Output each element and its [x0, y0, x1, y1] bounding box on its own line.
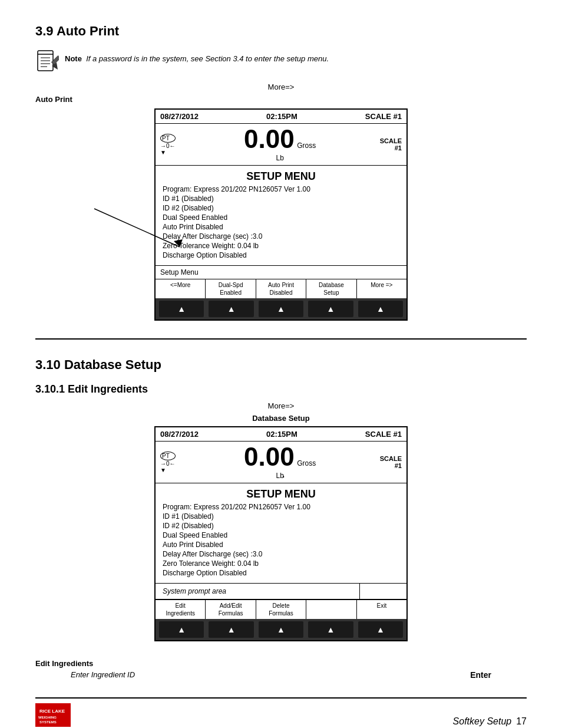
softkey2-4[interactable]: [308, 621, 353, 638]
motion-icon-1: ▼: [160, 149, 176, 156]
softkey2-5[interactable]: [358, 621, 403, 638]
softkey2-1[interactable]: [159, 621, 204, 638]
softkey2-2[interactable]: [209, 621, 253, 638]
screen1-setup-title: SETUP MENU: [163, 170, 399, 183]
screen2-line5: Zero Tolerance Weight: 0.04 lb: [163, 559, 399, 568]
screen2-btn-1[interactable]: Add/Edit Formulas: [206, 600, 256, 619]
edit-ingredients-section: Edit Ingredients Enter Ingredient ID Ent…: [35, 659, 527, 680]
section-310-title: 3.10 Database Setup: [35, 357, 527, 373]
screen1-line2: Dual Speed Enabled: [163, 213, 399, 222]
lcd-screen2-header: 08/27/2012 02:15PM SCALE #1: [156, 427, 406, 442]
screen1-btn-row: <=More Dual-Spd Enabled Auto Print Disab…: [156, 279, 406, 298]
screen2-date: 08/27/2012: [160, 430, 199, 439]
screen2-btn-4[interactable]: Exit: [357, 600, 406, 619]
screen1-line3: Auto Print Disabled: [163, 223, 399, 231]
screen1-scale: SCALE #1: [365, 112, 402, 121]
screen1-btn-4[interactable]: More =>: [357, 279, 406, 298]
footer-page-number: 17: [516, 716, 527, 727]
note-box: Note If a password is in the system, see…: [35, 50, 527, 73]
section-39-title: 3.9 Auto Print: [35, 24, 527, 39]
svg-rect-6: [51, 55, 59, 65]
prompt-area: System prompt area: [156, 584, 359, 599]
screen1-btn-1[interactable]: Dual-Spd Enabled: [206, 279, 256, 298]
screen1-time: 02:15PM: [266, 112, 297, 121]
svg-text:RICE LAKE: RICE LAKE: [39, 709, 65, 714]
softkey1-2[interactable]: [209, 301, 253, 317]
softkey2-3[interactable]: [259, 621, 303, 638]
screen2-btn-2[interactable]: Delete Formulas: [256, 600, 306, 619]
softkey1-5[interactable]: [358, 301, 403, 317]
more-label-2: More=>: [35, 401, 527, 410]
screen1-line4: Delay After Discharge (sec) :3.0: [163, 232, 399, 241]
screen1-scale-badge: SCALE#1: [380, 137, 402, 151]
screen2-softkeys: [156, 619, 406, 640]
section-divider: [35, 338, 527, 340]
lcd-screen1-weight-row: PT →0← ▼ 0.00 Gross Lb SCALE#1: [156, 124, 406, 166]
screen2-program: Program: Express 201/202 PN126057 Ver 1.…: [163, 503, 399, 511]
screen1-program: Program: Express 201/202 PN126057 Ver 1.…: [163, 185, 399, 193]
screen2-weight: 0.00: [244, 442, 295, 471]
lcd-left-icons-1: PT →0← ▼: [160, 134, 176, 156]
screen1-line0: ID #1 (Disabled): [163, 195, 399, 203]
rl-logo-icon: RICE LAKE WEIGHING SYSTEMS: [35, 703, 71, 727]
zero-icon-2: →0←: [160, 460, 176, 467]
rl-logo-svg: RICE LAKE WEIGHING SYSTEMS: [37, 704, 70, 726]
screen2-btn-row: Edit Ingredients Add/Edit Formulas Delet…: [156, 599, 406, 619]
pt-icon-2: PT: [160, 452, 176, 460]
screen1-date: 08/27/2012: [160, 112, 199, 121]
softkey1-3[interactable]: [259, 301, 303, 317]
lcd-screen-2: 08/27/2012 02:15PM SCALE #1 PT →0← ▼ 0.0…: [154, 426, 408, 641]
zero-icon-1: →0←: [160, 143, 176, 149]
screen2-line3: Auto Print Disabled: [163, 541, 399, 549]
screen1-weight: 0.00: [244, 124, 295, 153]
enter-action: Enter: [470, 670, 491, 680]
footer-softkey-label: Softkey Setup: [453, 716, 512, 727]
screen2-btn-3: [306, 600, 356, 619]
lcd-screen2-body: SETUP MENU Program: Express 201/202 PN12…: [156, 483, 406, 583]
softkey1-4[interactable]: [308, 301, 353, 317]
lcd-left-icons-2: PT →0← ▼: [160, 452, 176, 473]
lcd-screen1-body: SETUP MENU Program: Express 201/202 PN12…: [156, 166, 406, 265]
motion-icon-2: ▼: [160, 467, 176, 473]
screen2-setup-title: SETUP MENU: [163, 488, 399, 500]
svg-text:SYSTEMS: SYSTEMS: [39, 720, 57, 724]
footer-page-info: Softkey Setup 17: [453, 716, 527, 727]
enter-ingredient-label: Enter Ingredient ID: [71, 670, 135, 680]
screen2-line4: Delay After Discharge (sec) :3.0: [163, 550, 399, 558]
screen2-time: 02:15PM: [266, 430, 297, 439]
screen1-container: 08/27/2012 02:15PM SCALE #1 PT →0← ▼ 0.0…: [35, 108, 527, 321]
note-text: Note If a password is in the system, see…: [65, 50, 329, 63]
prompt-area-row: System prompt area: [156, 583, 406, 599]
screen2-scale-badge: SCALE#1: [380, 455, 402, 469]
screen1-softkeys: [156, 298, 406, 319]
lcd-screen2-weight-row: PT →0← ▼ 0.00 . Gross Lb SCALE#1: [156, 442, 406, 483]
more-label-1: More=>: [35, 83, 527, 91]
edit-ing-row: Enter Ingredient ID Enter: [35, 670, 527, 680]
screen2-scale: SCALE #1: [365, 430, 402, 439]
section-3101-title: 3.10.1 Edit Ingredients: [35, 383, 527, 396]
note-icon: [35, 50, 59, 73]
edit-ing-label: Edit Ingredients: [35, 659, 527, 668]
lcd-screen1-header: 08/27/2012 02:15PM SCALE #1: [156, 110, 406, 124]
screen2-line1: ID #2 (Disabled): [163, 522, 399, 530]
screen2-btn-0[interactable]: Edit Ingredients: [156, 600, 206, 619]
screen1-btn-3[interactable]: Database Setup: [306, 279, 356, 298]
screen2-line0: ID #1 (Disabled): [163, 512, 399, 521]
screen2-container: 08/27/2012 02:15PM SCALE #1 PT →0← ▼ 0.0…: [35, 426, 527, 641]
lcd-screen-1: 08/27/2012 02:15PM SCALE #1 PT →0← ▼ 0.0…: [154, 108, 408, 321]
softkey1-1[interactable]: [159, 301, 204, 317]
pt-icon-1: PT: [160, 134, 176, 143]
screen1-btn-0[interactable]: <=More: [156, 279, 206, 298]
screen1-footer-label: Setup Menu: [156, 266, 406, 279]
rice-lake-logo: RICE LAKE WEIGHING SYSTEMS: [35, 703, 71, 727]
screen1-btn-2[interactable]: Auto Print Disabled: [256, 279, 306, 298]
screen2-line6: Discharge Option Disabled: [163, 569, 399, 577]
screen1-line5: Zero Tolerance Weight: 0.04 lb: [163, 242, 399, 250]
screen1-line1: ID #2 (Disabled): [163, 204, 399, 212]
lcd-screen1-footer: Setup Menu <=More Dual-Spd Enabled Auto …: [156, 265, 406, 319]
screen1-line6: Discharge Option Disabled: [163, 251, 399, 259]
db-setup-label: Database Setup: [35, 414, 527, 423]
footer: RICE LAKE WEIGHING SYSTEMS Softkey Setup…: [35, 697, 527, 727]
screen2-line2: Dual Speed Enabled: [163, 531, 399, 539]
svg-text:WEIGHING: WEIGHING: [38, 716, 57, 719]
